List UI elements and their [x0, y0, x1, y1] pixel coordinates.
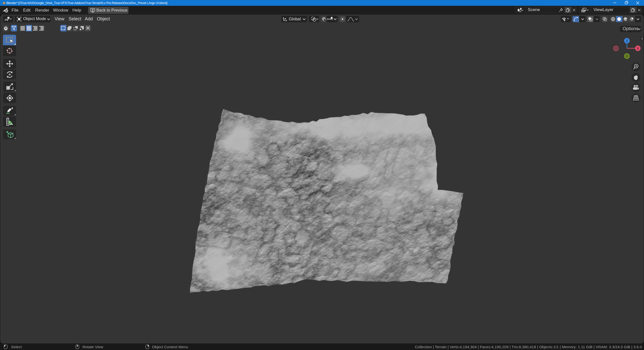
- svg-text:Z: Z: [626, 39, 628, 43]
- svg-text:X: X: [637, 47, 639, 50]
